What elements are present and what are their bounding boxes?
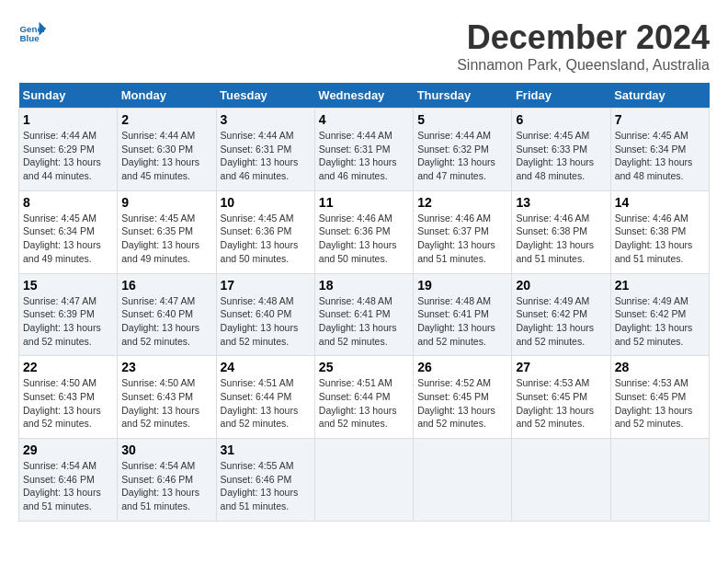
day-number: 19 bbox=[417, 278, 507, 293]
calendar-cell: 20 Sunrise: 4:49 AMSunset: 6:42 PMDaylig… bbox=[512, 273, 610, 356]
day-info: Sunrise: 4:50 AMSunset: 6:43 PMDaylight:… bbox=[121, 376, 211, 431]
calendar-cell: 26 Sunrise: 4:52 AMSunset: 6:45 PMDaylig… bbox=[414, 356, 512, 439]
day-info: Sunrise: 4:45 AMSunset: 6:34 PMDaylight:… bbox=[23, 212, 113, 266]
day-number: 25 bbox=[319, 360, 409, 374]
calendar-week-1: 1 Sunrise: 4:44 AMSunset: 6:29 PMDayligh… bbox=[19, 109, 710, 191]
day-info: Sunrise: 4:55 AMSunset: 6:46 PMDaylight:… bbox=[221, 459, 311, 513]
day-info: Sunrise: 4:53 AMSunset: 6:45 PMDaylight:… bbox=[516, 376, 606, 431]
day-number: 4 bbox=[319, 112, 409, 127]
calendar-cell: 5 Sunrise: 4:44 AMSunset: 6:32 PMDayligh… bbox=[414, 109, 512, 191]
day-info: Sunrise: 4:53 AMSunset: 6:45 PMDaylight:… bbox=[615, 376, 705, 431]
day-number: 5 bbox=[417, 112, 507, 127]
day-info: Sunrise: 4:49 AMSunset: 6:42 PMDaylight:… bbox=[516, 294, 606, 349]
calendar-cell: 15 Sunrise: 4:47 AMSunset: 6:39 PMDaylig… bbox=[19, 273, 118, 356]
day-number: 27 bbox=[516, 360, 606, 374]
day-number: 31 bbox=[221, 442, 311, 457]
day-info: Sunrise: 4:52 AMSunset: 6:45 PMDaylight:… bbox=[417, 376, 507, 431]
day-info: Sunrise: 4:54 AMSunset: 6:46 PMDaylight:… bbox=[23, 459, 113, 513]
day-info: Sunrise: 4:50 AMSunset: 6:43 PMDaylight:… bbox=[23, 376, 113, 431]
day-number: 8 bbox=[23, 195, 113, 210]
calendar-cell: 4 Sunrise: 4:44 AMSunset: 6:31 PMDayligh… bbox=[314, 109, 413, 191]
calendar-cell: 22 Sunrise: 4:50 AMSunset: 6:43 PMDaylig… bbox=[19, 356, 118, 439]
calendar-cell: 16 Sunrise: 4:47 AMSunset: 6:40 PMDaylig… bbox=[118, 273, 216, 356]
calendar-cell bbox=[314, 439, 413, 522]
logo: General Blue bbox=[18, 18, 46, 46]
svg-text:Blue: Blue bbox=[20, 33, 40, 43]
day-number: 28 bbox=[615, 360, 705, 374]
calendar-cell: 21 Sunrise: 4:49 AMSunset: 6:42 PMDaylig… bbox=[610, 273, 709, 356]
weekday-header-row: SundayMondayTuesdayWednesdayThursdayFrid… bbox=[19, 83, 710, 109]
day-number: 24 bbox=[221, 360, 311, 374]
day-number: 23 bbox=[121, 360, 211, 374]
weekday-header-tuesday: Tuesday bbox=[216, 83, 314, 109]
day-number: 30 bbox=[121, 442, 211, 457]
calendar-week-4: 22 Sunrise: 4:50 AMSunset: 6:43 PMDaylig… bbox=[19, 356, 710, 439]
calendar-cell: 31 Sunrise: 4:55 AMSunset: 6:46 PMDaylig… bbox=[216, 439, 314, 522]
calendar-cell: 17 Sunrise: 4:48 AMSunset: 6:40 PMDaylig… bbox=[216, 273, 314, 356]
calendar-cell bbox=[610, 439, 709, 522]
page-header: General Blue December 2024 Sinnamon Park… bbox=[18, 18, 710, 74]
calendar-cell: 30 Sunrise: 4:54 AMSunset: 6:46 PMDaylig… bbox=[118, 439, 216, 522]
day-number: 26 bbox=[417, 360, 507, 374]
calendar-cell: 10 Sunrise: 4:45 AMSunset: 6:36 PMDaylig… bbox=[216, 190, 314, 273]
day-info: Sunrise: 4:45 AMSunset: 6:35 PMDaylight:… bbox=[121, 212, 211, 266]
calendar-cell bbox=[414, 439, 512, 522]
logo-icon: General Blue bbox=[18, 18, 46, 46]
day-info: Sunrise: 4:47 AMSunset: 6:39 PMDaylight:… bbox=[23, 294, 113, 349]
month-title: December 2024 bbox=[457, 18, 710, 57]
day-info: Sunrise: 4:45 AMSunset: 6:33 PMDaylight:… bbox=[516, 129, 606, 183]
calendar-cell: 24 Sunrise: 4:51 AMSunset: 6:44 PMDaylig… bbox=[216, 356, 314, 439]
day-number: 17 bbox=[221, 278, 311, 293]
day-number: 10 bbox=[221, 195, 311, 210]
calendar-week-2: 8 Sunrise: 4:45 AMSunset: 6:34 PMDayligh… bbox=[19, 190, 710, 273]
calendar-cell: 14 Sunrise: 4:46 AMSunset: 6:38 PMDaylig… bbox=[610, 190, 709, 273]
day-info: Sunrise: 4:46 AMSunset: 6:37 PMDaylight:… bbox=[417, 212, 507, 266]
weekday-header-saturday: Saturday bbox=[610, 83, 709, 109]
day-number: 22 bbox=[23, 360, 113, 374]
calendar-cell: 28 Sunrise: 4:53 AMSunset: 6:45 PMDaylig… bbox=[610, 356, 709, 439]
calendar-cell: 25 Sunrise: 4:51 AMSunset: 6:44 PMDaylig… bbox=[314, 356, 413, 439]
day-info: Sunrise: 4:51 AMSunset: 6:44 PMDaylight:… bbox=[221, 376, 311, 431]
calendar-cell: 23 Sunrise: 4:50 AMSunset: 6:43 PMDaylig… bbox=[118, 356, 216, 439]
day-number: 6 bbox=[516, 112, 606, 127]
day-number: 2 bbox=[121, 112, 211, 127]
day-number: 16 bbox=[121, 278, 211, 293]
calendar-cell: 18 Sunrise: 4:48 AMSunset: 6:41 PMDaylig… bbox=[314, 273, 413, 356]
day-number: 15 bbox=[23, 278, 113, 293]
calendar-week-5: 29 Sunrise: 4:54 AMSunset: 6:46 PMDaylig… bbox=[19, 439, 710, 522]
calendar-cell: 7 Sunrise: 4:45 AMSunset: 6:34 PMDayligh… bbox=[610, 109, 709, 191]
weekday-header-friday: Friday bbox=[512, 83, 610, 109]
calendar-cell: 6 Sunrise: 4:45 AMSunset: 6:33 PMDayligh… bbox=[512, 109, 610, 191]
day-info: Sunrise: 4:44 AMSunset: 6:30 PMDaylight:… bbox=[121, 129, 211, 183]
location-subtitle: Sinnamon Park, Queensland, Australia bbox=[457, 57, 710, 74]
day-number: 18 bbox=[319, 278, 409, 293]
day-info: Sunrise: 4:51 AMSunset: 6:44 PMDaylight:… bbox=[319, 376, 409, 431]
day-info: Sunrise: 4:46 AMSunset: 6:38 PMDaylight:… bbox=[615, 212, 705, 266]
day-info: Sunrise: 4:46 AMSunset: 6:36 PMDaylight:… bbox=[319, 212, 409, 266]
day-info: Sunrise: 4:46 AMSunset: 6:38 PMDaylight:… bbox=[516, 212, 606, 266]
day-info: Sunrise: 4:48 AMSunset: 6:40 PMDaylight:… bbox=[221, 294, 311, 349]
day-number: 13 bbox=[516, 195, 606, 210]
calendar-cell: 3 Sunrise: 4:44 AMSunset: 6:31 PMDayligh… bbox=[216, 109, 314, 191]
day-info: Sunrise: 4:44 AMSunset: 6:31 PMDaylight:… bbox=[221, 129, 311, 183]
day-info: Sunrise: 4:44 AMSunset: 6:32 PMDaylight:… bbox=[417, 129, 507, 183]
calendar-cell: 8 Sunrise: 4:45 AMSunset: 6:34 PMDayligh… bbox=[19, 190, 118, 273]
calendar-cell: 13 Sunrise: 4:46 AMSunset: 6:38 PMDaylig… bbox=[512, 190, 610, 273]
calendar-week-3: 15 Sunrise: 4:47 AMSunset: 6:39 PMDaylig… bbox=[19, 273, 710, 356]
day-number: 12 bbox=[417, 195, 507, 210]
day-info: Sunrise: 4:48 AMSunset: 6:41 PMDaylight:… bbox=[319, 294, 409, 349]
day-info: Sunrise: 4:48 AMSunset: 6:41 PMDaylight:… bbox=[417, 294, 507, 349]
calendar-cell: 9 Sunrise: 4:45 AMSunset: 6:35 PMDayligh… bbox=[118, 190, 216, 273]
day-info: Sunrise: 4:45 AMSunset: 6:36 PMDaylight:… bbox=[221, 212, 311, 266]
day-info: Sunrise: 4:45 AMSunset: 6:34 PMDaylight:… bbox=[615, 129, 705, 183]
day-info: Sunrise: 4:44 AMSunset: 6:29 PMDaylight:… bbox=[23, 129, 113, 183]
day-number: 29 bbox=[23, 442, 113, 457]
day-number: 9 bbox=[121, 195, 211, 210]
day-number: 11 bbox=[319, 195, 409, 210]
day-info: Sunrise: 4:44 AMSunset: 6:31 PMDaylight:… bbox=[319, 129, 409, 183]
calendar-table: SundayMondayTuesdayWednesdayThursdayFrid… bbox=[18, 83, 710, 522]
weekday-header-sunday: Sunday bbox=[19, 83, 118, 109]
calendar-cell: 27 Sunrise: 4:53 AMSunset: 6:45 PMDaylig… bbox=[512, 356, 610, 439]
title-block: December 2024 Sinnamon Park, Queensland,… bbox=[457, 18, 710, 74]
calendar-cell: 2 Sunrise: 4:44 AMSunset: 6:30 PMDayligh… bbox=[118, 109, 216, 191]
